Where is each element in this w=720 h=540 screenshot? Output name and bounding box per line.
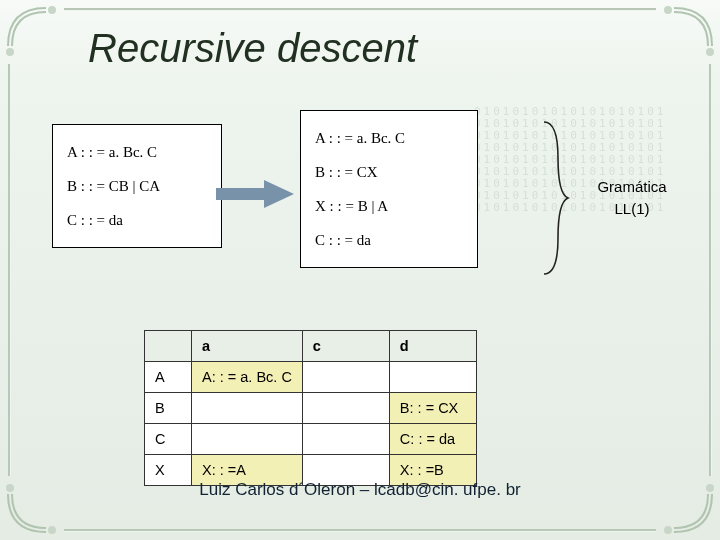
frame-top <box>64 8 656 11</box>
cell: C: : = da <box>389 424 476 455</box>
frame-left <box>8 64 11 476</box>
rule: B : : = CB | CA <box>67 169 207 203</box>
arrow-icon <box>216 178 294 210</box>
frame-right <box>709 64 712 476</box>
svg-point-6 <box>664 526 672 534</box>
rule: C : : = da <box>67 203 207 237</box>
parse-table: a c d A A: : = a. Bc. C B B: : = CX C C:… <box>144 330 477 486</box>
rule: X : : = B | A <box>315 189 463 223</box>
corner-ornament-icon <box>654 6 714 66</box>
cell <box>302 362 389 393</box>
grammar-type-label: Gramática LL(1) <box>580 176 684 220</box>
table-header: a <box>192 331 303 362</box>
row-header: A <box>145 362 192 393</box>
svg-point-1 <box>6 48 14 56</box>
svg-point-4 <box>48 526 56 534</box>
rule: C : : = da <box>315 223 463 257</box>
label-line: Gramática <box>597 178 666 195</box>
row-header: C <box>145 424 192 455</box>
table-row: A A: : = a. Bc. C <box>145 362 477 393</box>
cell <box>302 424 389 455</box>
footer-author: Luiz Carlos d´Oleron – lcadb@cin. ufpe. … <box>0 480 720 500</box>
label-line: LL(1) <box>614 200 649 217</box>
table-header-row: a c d <box>145 331 477 362</box>
brace-icon <box>540 118 570 278</box>
row-header: B <box>145 393 192 424</box>
table-header <box>145 331 192 362</box>
table-row: B B: : = CX <box>145 393 477 424</box>
cell: A: : = a. Bc. C <box>192 362 303 393</box>
corner-ornament-icon <box>6 6 66 66</box>
svg-marker-8 <box>216 180 294 208</box>
grammar-original-box: A : : = a. Bc. C B : : = CB | CA C : : =… <box>52 124 222 248</box>
cell <box>302 393 389 424</box>
slide: Recursive descent 01010101010101010101 0… <box>0 0 720 540</box>
rule: A : : = a. Bc. C <box>315 121 463 155</box>
grammar-transformed-box: A : : = a. Bc. C B : : = CX X : : = B | … <box>300 110 478 268</box>
svg-point-3 <box>706 48 714 56</box>
rule: A : : = a. Bc. C <box>67 135 207 169</box>
cell: B: : = CX <box>389 393 476 424</box>
table-header: c <box>302 331 389 362</box>
table-row: C C: : = da <box>145 424 477 455</box>
cell <box>192 424 303 455</box>
table-header: d <box>389 331 476 362</box>
frame-bottom <box>64 529 656 532</box>
svg-point-0 <box>48 6 56 14</box>
cell <box>389 362 476 393</box>
svg-point-2 <box>664 6 672 14</box>
cell <box>192 393 303 424</box>
rule: B : : = CX <box>315 155 463 189</box>
